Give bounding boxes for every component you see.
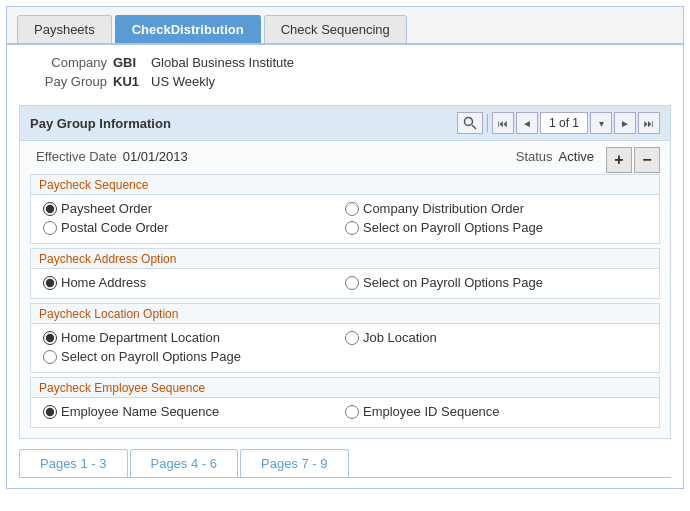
radio-select-payroll-3-input[interactable] [43,350,57,364]
section-title: Pay Group Information [30,116,171,131]
company-label: Company [27,55,107,70]
paycheck-location-title: Paycheck Location Option [31,304,659,324]
pay-group-information-panel: Pay Group Information ⏮ ◄ 1 of 1 ▾ ► ⏭ [19,105,671,439]
radio-employee-name-seq-input[interactable] [43,405,57,419]
radio-select-payroll-3-label: Select on Payroll Options Page [61,349,241,364]
radio-select-payroll-3: Select on Payroll Options Page [43,349,647,364]
company-description: Global Business Institute [151,55,294,70]
radio-postal-code-input[interactable] [43,221,57,235]
radio-company-dist: Company Distribution Order [345,201,647,216]
radio-select-payroll-2: Select on Payroll Options Page [345,275,647,290]
radio-row-2: Postal Code Order Select on Payroll Opti… [43,220,647,235]
paycheck-address-title: Paycheck Address Option [31,249,659,269]
status-value: Active [559,149,594,164]
radio-select-payroll-1-input[interactable] [345,221,359,235]
radio-job-location-label: Job Location [363,330,437,345]
tab-check-distribution[interactable]: CheckDistribution [115,15,261,43]
bottom-tab-pages-1-3[interactable]: Pages 1 - 3 [19,449,128,477]
remove-button[interactable]: − [634,147,660,173]
radio-company-dist-label: Company Distribution Order [363,201,524,216]
radio-employee-id-seq: Employee ID Sequence [345,404,647,419]
add-button[interactable]: + [606,147,632,173]
paygroup-code: KU1 [113,74,143,89]
radio-row-location-2: Select on Payroll Options Page [43,349,647,364]
search-button[interactable] [457,112,483,134]
radio-home-dept-label: Home Department Location [61,330,220,345]
nav-controls: ⏮ ◄ 1 of 1 ▾ ► ⏭ [457,112,660,134]
radio-paysheet-order-label: Paysheet Order [61,201,152,216]
radio-job-location-input[interactable] [345,331,359,345]
status-label: Status [516,149,553,164]
radio-row: Paysheet Order Company Distribution Orde… [43,201,647,216]
header-info: Company GBI Global Business Institute Pa… [7,45,683,99]
paycheck-sequence-title: Paycheck Sequence [31,175,659,195]
radio-select-payroll-1-label: Select on Payroll Options Page [363,220,543,235]
radio-employee-id-seq-label: Employee ID Sequence [363,404,500,419]
company-code: GBI [113,55,143,70]
radio-home-dept: Home Department Location [43,330,345,345]
svg-line-1 [472,125,476,129]
section-header: Pay Group Information ⏮ ◄ 1 of 1 ▾ ► ⏭ [20,106,670,141]
radio-postal-code-label: Postal Code Order [61,220,169,235]
radio-paysheet-order: Paysheet Order [43,201,345,216]
bottom-tab-pages-4-6[interactable]: Pages 4 - 6 [130,449,239,477]
radio-select-payroll-2-input[interactable] [345,276,359,290]
radio-employee-id-seq-input[interactable] [345,405,359,419]
last-page-button[interactable]: ⏭ [638,112,660,134]
radio-home-address-input[interactable] [43,276,57,290]
radio-home-address-label: Home Address [61,275,146,290]
paycheck-sequence-section: Paycheck Sequence Paysheet Order Company… [30,174,660,244]
next-page-button[interactable]: ► [614,112,636,134]
radio-home-dept-input[interactable] [43,331,57,345]
svg-point-0 [464,118,472,126]
tab-check-sequencing[interactable]: Check Sequencing [264,15,407,43]
radio-row-address: Home Address Select on Payroll Options P… [43,275,647,290]
page-dropdown-button[interactable]: ▾ [590,112,612,134]
radio-employee-name-seq-label: Employee Name Sequence [61,404,219,419]
main-tabs: Paysheets CheckDistribution Check Sequen… [7,7,683,45]
paycheck-employee-seq-section: Paycheck Employee Sequence Employee Name… [30,377,660,428]
paycheck-location-section: Paycheck Location Option Home Department… [30,303,660,373]
bottom-tabs: Pages 1 - 3 Pages 4 - 6 Pages 7 - 9 [19,449,671,478]
radio-company-dist-input[interactable] [345,202,359,216]
page-indicator: 1 of 1 [540,112,588,134]
add-remove-buttons: + − [606,147,660,173]
paycheck-sequence-body: Paysheet Order Company Distribution Orde… [31,195,659,243]
paycheck-employee-seq-title: Paycheck Employee Sequence [31,378,659,398]
radio-select-payroll-2-label: Select on Payroll Options Page [363,275,543,290]
search-icon [463,116,477,130]
paycheck-address-body: Home Address Select on Payroll Options P… [31,269,659,298]
nav-divider [487,114,488,132]
paygroup-description: US Weekly [151,74,215,89]
radio-row-location-1: Home Department Location Job Location [43,330,647,345]
effective-date-value: 01/01/2013 [123,149,188,164]
prev-page-button[interactable]: ◄ [516,112,538,134]
bottom-tab-pages-7-9[interactable]: Pages 7 - 9 [240,449,349,477]
radio-postal-code: Postal Code Order [43,220,345,235]
radio-row-emp-seq: Employee Name Sequence Employee ID Seque… [43,404,647,419]
paycheck-employee-seq-body: Employee Name Sequence Employee ID Seque… [31,398,659,427]
effective-date-row: Effective Date 01/01/2013 Status Active [20,141,670,170]
radio-home-address: Home Address [43,275,345,290]
radio-job-location: Job Location [345,330,647,345]
first-page-button[interactable]: ⏮ [492,112,514,134]
radio-employee-name-seq: Employee Name Sequence [43,404,345,419]
paycheck-address-section: Paycheck Address Option Home Address Sel… [30,248,660,299]
paycheck-location-body: Home Department Location Job Location Se… [31,324,659,372]
tab-paysheets[interactable]: Paysheets [17,15,112,43]
effective-date-label: Effective Date [36,149,117,164]
radio-select-payroll-1: Select on Payroll Options Page [345,220,647,235]
paygroup-label: Pay Group [27,74,107,89]
radio-paysheet-order-input[interactable] [43,202,57,216]
